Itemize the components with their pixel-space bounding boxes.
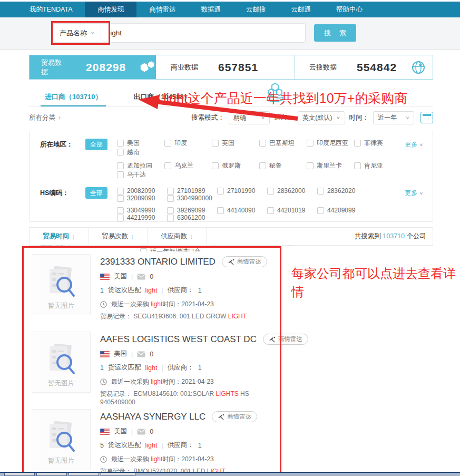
sort-tab[interactable]: 贸易次数↓ xyxy=(89,228,148,245)
region-checkbox[interactable]: 越南 xyxy=(117,148,164,157)
search-button[interactable]: 搜 索 xyxy=(314,24,356,42)
company-name[interactable]: AASHAYA SYNERGY LLC xyxy=(100,412,205,422)
region-all-badge[interactable]: 全部 xyxy=(85,139,107,150)
divider-icon: | xyxy=(161,287,163,294)
hs-checkbox[interactable]: 3304990000 xyxy=(167,195,217,202)
nav-item[interactable]: 数据通 xyxy=(188,2,233,17)
company-name[interactable]: 2391333 ONTARIO LIMITED xyxy=(100,257,216,267)
checkbox-icon[interactable] xyxy=(167,195,174,202)
checkbox-icon[interactable] xyxy=(267,188,274,195)
hs-checkbox[interactable]: 28362020 xyxy=(317,187,367,195)
hs-checkbox[interactable]: 44201019 xyxy=(267,207,317,214)
checkbox-icon[interactable] xyxy=(167,188,174,195)
checkbox-icon[interactable] xyxy=(354,140,361,147)
region-checkbox[interactable]: 英国 xyxy=(212,139,259,148)
checkbox-icon[interactable] xyxy=(117,149,124,156)
checkbox-icon[interactable] xyxy=(217,207,224,214)
checkbox-icon[interactable] xyxy=(307,140,314,147)
breadcrumb[interactable]: 所有分类 › xyxy=(29,113,61,122)
search-mode-select[interactable]: 精确 ∨ xyxy=(229,111,270,124)
nav-item[interactable]: 商情发现 xyxy=(85,2,136,17)
checkbox-icon[interactable] xyxy=(164,162,171,169)
chevron-down-icon: ∨ xyxy=(419,142,423,147)
region-checkbox[interactable]: 菲律宾 xyxy=(354,139,402,148)
hs-checkbox[interactable]: 32089090 xyxy=(117,195,167,202)
hs-checkbox[interactable]: 20082090 xyxy=(117,187,167,195)
nav-item[interactable]: 云邮通 xyxy=(278,2,324,17)
mode-controls: 搜索模式： 精确 ∨ 语言： 英文(默认) ∨ 时间： 近一年 ∨ xyxy=(191,111,433,124)
checkbox-icon[interactable] xyxy=(259,162,266,169)
nav-item[interactable]: 云邮搜 xyxy=(233,2,279,17)
calendar-icon[interactable] xyxy=(420,112,433,123)
hs-checkbox[interactable]: 44219990 xyxy=(117,214,167,221)
hs-checkbox-label: 33049990 xyxy=(127,207,155,214)
radar-button[interactable]: 商情雷达 xyxy=(263,334,308,345)
region-checkbox[interactable]: 斯里兰卡 xyxy=(307,161,354,170)
taskbar-tab[interactable] xyxy=(36,473,67,476)
checkbox-icon[interactable] xyxy=(317,207,324,214)
checkbox-icon[interactable] xyxy=(117,195,124,202)
company-name[interactable]: AAFES LOGISTICS WEST COAST DC xyxy=(100,334,257,345)
radar-button[interactable]: 商情雷达 xyxy=(222,256,267,267)
region-checkbox[interactable]: 巴基斯坦 xyxy=(259,139,307,148)
stat-trade-data[interactable]: 贸易数据 208298 xyxy=(30,55,156,79)
hs-checkbox[interactable]: 27101990 xyxy=(217,187,267,195)
company-card[interactable]: 暂无图片 AAFES LOGISTICS WEST COAST DC 商情雷达 xyxy=(29,329,276,398)
checkbox-icon[interactable] xyxy=(217,188,224,195)
checkbox-icon[interactable] xyxy=(267,207,274,214)
region-checkbox[interactable]: 肯尼亚 xyxy=(354,161,402,170)
region-checkbox[interactable]: 乌克兰 xyxy=(164,161,212,170)
taskbar-tab[interactable] xyxy=(68,473,99,476)
checkbox-icon[interactable] xyxy=(117,215,124,221)
radar-button[interactable]: 商情雷达 xyxy=(212,411,257,422)
checkbox-icon[interactable] xyxy=(354,162,361,169)
hs-checkbox[interactable]: 27101989 xyxy=(167,187,217,195)
region-checkbox[interactable]: 印度尼西亚 xyxy=(307,139,354,148)
stat-cloud-data[interactable]: 云搜数据 554842 xyxy=(295,55,433,79)
hs-checkbox[interactable]: 39269099 xyxy=(167,207,217,214)
sort-tab[interactable]: 供应商数↓ xyxy=(148,228,207,245)
checkbox-icon[interactable] xyxy=(212,140,219,147)
checkbox-icon[interactable] xyxy=(164,140,171,147)
region-more-link[interactable]: 更多 ∨ xyxy=(405,139,423,184)
checkbox-icon[interactable] xyxy=(117,171,124,178)
time-select[interactable]: 近一年 ∨ xyxy=(373,111,414,124)
nav-item[interactable]: 我的TENDATA xyxy=(17,2,85,17)
checkbox-icon[interactable] xyxy=(167,215,174,221)
region-checkbox[interactable]: 秘鲁 xyxy=(259,161,307,170)
nav-item[interactable]: 帮助中心 xyxy=(324,2,375,17)
trade-record: 贸易记录： SEGU4193606: 001:LED GROW LIGHT xyxy=(100,312,276,321)
checkbox-icon[interactable] xyxy=(117,162,124,169)
tab-importers[interactable]: 进口商（103710） xyxy=(29,88,118,106)
region-checkbox[interactable]: 俄罗斯 xyxy=(212,161,259,170)
company-card[interactable]: 暂无图片 AASHAYA SYNERGY LLC 商情雷达 xyxy=(29,406,276,475)
company-card[interactable]: 暂无图片 2391333 ONTARIO LIMITED 商情雷达 xyxy=(29,251,276,320)
nav-item[interactable]: 商情雷达 xyxy=(136,2,188,17)
checkbox-icon[interactable] xyxy=(317,188,324,195)
checkbox-icon[interactable] xyxy=(307,162,314,169)
checkbox-icon[interactable] xyxy=(117,207,124,214)
region-checkbox[interactable]: 乌干达 xyxy=(117,170,164,179)
checkbox-icon[interactable] xyxy=(167,207,174,214)
region-checkbox[interactable]: 孟加拉国 xyxy=(117,161,164,170)
sort-tab[interactable]: 贸易时间↓ xyxy=(30,228,89,245)
stat-business-data[interactable]: 商业数据 657851 xyxy=(156,55,295,79)
language-select[interactable]: 英文(默认) ∨ xyxy=(298,111,345,124)
region-checkbox[interactable]: 美国 xyxy=(117,139,164,148)
hs-checkbox[interactable]: 33049990 xyxy=(117,207,167,214)
checkbox-icon[interactable] xyxy=(259,140,266,147)
hs-all-badge[interactable]: 全部 xyxy=(85,187,107,199)
hs-more-link[interactable]: 更多 ∨ xyxy=(405,187,423,226)
search-input[interactable]: light xyxy=(101,29,305,37)
hs-checkbox[interactable]: 44209099 xyxy=(317,207,367,214)
checkbox-icon[interactable] xyxy=(212,162,219,169)
taskbar-tab[interactable] xyxy=(4,473,35,476)
checkbox-icon[interactable] xyxy=(117,188,124,195)
search-category-dropdown[interactable]: 产品名称 ∨ xyxy=(53,24,101,42)
hs-checkbox[interactable]: 44140090 xyxy=(217,207,267,214)
region-checkbox[interactable]: 印度 xyxy=(164,139,212,148)
hs-checkbox[interactable]: 63061200 xyxy=(167,214,217,221)
checkbox-icon[interactable] xyxy=(117,140,124,147)
taskbar-tab[interactable] xyxy=(101,473,135,476)
hs-checkbox[interactable]: 28362000 xyxy=(267,187,317,195)
